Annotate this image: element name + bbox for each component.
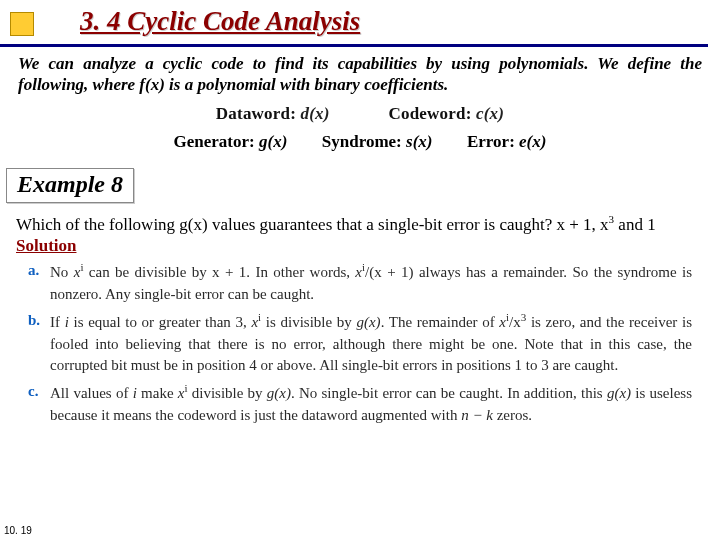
generator-fn: g(x) bbox=[259, 132, 287, 151]
example-badge: Example 8 bbox=[6, 168, 134, 203]
answer-item-c: c. All values of i make xi divisible by … bbox=[28, 381, 692, 427]
answer-body: No xi can be divisible by x + 1. In othe… bbox=[50, 260, 692, 306]
title-bar: 3. 4 Cyclic Code Analysis bbox=[0, 4, 708, 47]
definitions-row-2: Generator: g(x) Syndrome: s(x) Error: e(… bbox=[0, 132, 720, 152]
answer-item-b: b. If i is equal to or greater than 3, x… bbox=[28, 310, 692, 377]
definitions-block: Dataword: d(x) Codeword: c(x) Generator:… bbox=[0, 104, 720, 152]
dataword-fn: d(x) bbox=[300, 104, 329, 123]
page-title: 3. 4 Cyclic Code Analysis bbox=[80, 6, 360, 37]
answer-item-a: a. No xi can be divisible by x + 1. In o… bbox=[28, 260, 692, 306]
dataword-label: Dataword: bbox=[216, 104, 296, 123]
error-fn: e(x) bbox=[519, 132, 546, 151]
syndrome-label: Syndrome: bbox=[322, 132, 402, 151]
answer-marker: b. bbox=[28, 310, 50, 377]
intro-paragraph: We can analyze a cyclic code to find its… bbox=[18, 53, 702, 96]
answer-body: All values of i make xi divisible by g(x… bbox=[50, 381, 692, 427]
answer-body: If i is equal to or greater than 3, xi i… bbox=[50, 310, 692, 377]
answer-marker: a. bbox=[28, 260, 50, 306]
definitions-row-1: Dataword: d(x) Codeword: c(x) bbox=[0, 104, 720, 124]
question-text: Which of the following g(x) values guara… bbox=[16, 213, 704, 235]
codeword-label: Codeword: bbox=[389, 104, 472, 123]
codeword-fn: c(x) bbox=[476, 104, 504, 123]
page-number: 10. 19 bbox=[4, 525, 32, 536]
slide-marker-icon bbox=[10, 12, 34, 36]
generator-label: Generator: bbox=[174, 132, 255, 151]
syndrome-fn: s(x) bbox=[406, 132, 432, 151]
question-post: and 1 bbox=[614, 214, 656, 233]
solution-label: Solution bbox=[16, 236, 720, 256]
answer-marker: c. bbox=[28, 381, 50, 427]
error-label: Error: bbox=[467, 132, 515, 151]
question-pre: Which of the following g(x) values guara… bbox=[16, 214, 609, 233]
answers-block: a. No xi can be divisible by x + 1. In o… bbox=[28, 260, 692, 426]
